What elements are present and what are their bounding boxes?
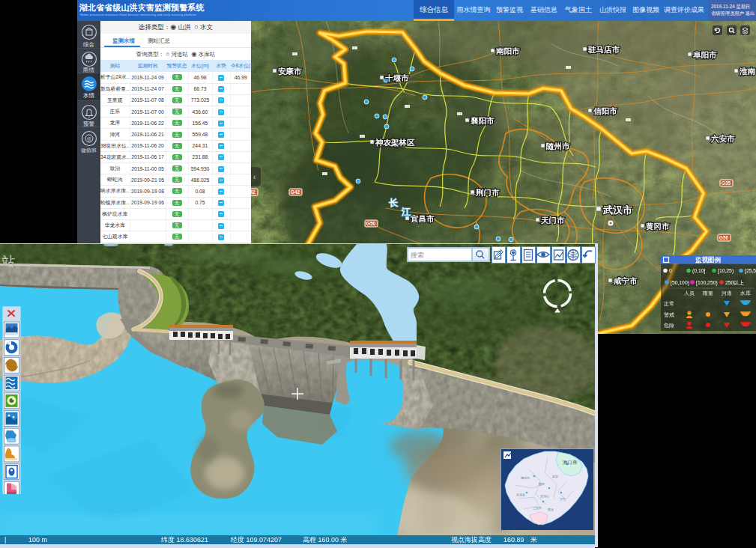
- svg-text:安康市: 安康市: [278, 67, 302, 76]
- svg-text:神农架林区: 神农架林区: [375, 138, 415, 147]
- svg-text:G42: G42: [291, 189, 300, 195]
- svg-text:(0,10]: (0,10]: [692, 268, 705, 274]
- svg-text:长: 长: [389, 198, 399, 208]
- svg-text:海口市: 海口市: [563, 460, 578, 466]
- svg-text:淮南: 淮南: [739, 67, 756, 76]
- svg-text:荆门市: 荆门市: [475, 188, 500, 197]
- svg-text:咸宁市: 咸宁市: [613, 276, 638, 285]
- svg-text:雨量: 雨量: [703, 290, 713, 296]
- svg-text:G50: G50: [366, 221, 376, 226]
- svg-text:定安: 定安: [552, 475, 558, 478]
- svg-text:琼中: 琼中: [539, 482, 545, 486]
- svg-text:0: 0: [669, 268, 672, 273]
- svg-text:250以上: 250以上: [725, 280, 744, 285]
- svg-text:G50: G50: [719, 235, 729, 240]
- svg-text:三亚市: 三亚市: [533, 506, 542, 510]
- svg-text:五指山: 五指山: [540, 494, 549, 498]
- svg-text:乐东县: 乐东县: [516, 493, 525, 496]
- svg-text:十堰市: 十堰市: [385, 73, 409, 82]
- svg-text:随州市: 随州市: [546, 141, 570, 150]
- svg-text:陵水: 陵水: [548, 508, 554, 511]
- svg-text:襄阳市: 襄阳市: [471, 116, 495, 125]
- svg-text:人员: 人员: [684, 290, 695, 296]
- svg-text:监视图例: 监视图例: [695, 256, 722, 264]
- svg-text:阜阳市: 阜阳市: [692, 50, 717, 59]
- svg-text:六安市: 六安市: [710, 134, 735, 143]
- svg-text:[10,25): [10,25): [718, 268, 734, 274]
- svg-text:[100,250): [100,250): [696, 280, 718, 286]
- svg-text:南阳市: 南阳市: [496, 46, 520, 55]
- svg-text:江: 江: [401, 207, 411, 217]
- svg-text:信阳市: 信阳市: [593, 106, 617, 115]
- svg-text:警戒: 警戒: [664, 312, 674, 318]
- svg-text:驻马店市: 驻马店市: [587, 45, 620, 54]
- svg-text:万宁: 万宁: [560, 497, 566, 501]
- svg-text:正常: 正常: [664, 301, 674, 306]
- svg-text:水库: 水库: [740, 290, 751, 296]
- svg-text:站: 站: [1, 255, 15, 269]
- svg-text:河道: 河道: [721, 290, 732, 296]
- svg-text:42: 42: [251, 189, 255, 195]
- svg-text:黄冈市: 黄冈市: [645, 222, 670, 231]
- svg-text:值: 值: [87, 136, 92, 141]
- svg-text:[50,100): [50,100): [671, 280, 689, 286]
- svg-text:儋州市: 儋州市: [521, 476, 530, 480]
- svg-text:宜昌市: 宜昌市: [410, 214, 435, 223]
- svg-text:‹: ‹: [253, 173, 255, 181]
- svg-text:[25,5: [25,5: [745, 268, 756, 274]
- svg-text:天门市: 天门市: [540, 216, 565, 225]
- svg-text:危险: 危险: [664, 323, 674, 328]
- svg-text:G35: G35: [722, 180, 731, 186]
- svg-text:武汉市: 武汉市: [602, 204, 632, 216]
